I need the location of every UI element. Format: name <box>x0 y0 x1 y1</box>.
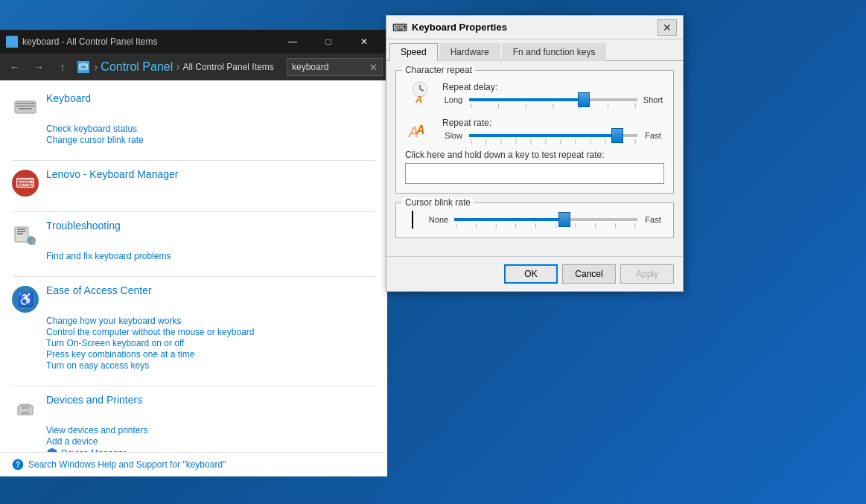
apply-button[interactable]: Apply <box>620 264 674 284</box>
cursor-blink-track: None | | | | | | | | | <box>427 215 664 224</box>
cursor-blink-link[interactable]: Change cursor blink rate <box>46 135 375 145</box>
rate-left-label: Slow <box>442 131 465 140</box>
repeat-rate-slider[interactable]: | | | | | | | | | | | | <box>469 134 637 137</box>
devices-icon <box>12 395 39 422</box>
rate-thumb[interactable] <box>611 128 623 143</box>
cursor-icon <box>405 211 420 229</box>
troubleshooting-links: Find and fix keyboard problems <box>12 251 375 261</box>
path-sep-1: › <box>94 60 98 74</box>
char-repeat-section: Character repeat A Repeat delay: Long <box>395 70 674 194</box>
svg-rect-32 <box>20 414 31 415</box>
tab-fn-keys[interactable]: Fn and function keys <box>502 43 607 61</box>
svg-text:?: ? <box>16 461 20 469</box>
svg-rect-21 <box>31 106 34 107</box>
svg-rect-19 <box>25 106 28 107</box>
search-clear-icon[interactable]: ✕ <box>369 62 378 73</box>
blink-thumb[interactable] <box>558 212 570 227</box>
path-sep-2: › <box>176 60 179 74</box>
ease-link-1[interactable]: Control the computer without the mouse o… <box>46 327 375 337</box>
control-panel-window: keyboard - All Control Panel Items — □ ✕… <box>0 30 387 476</box>
path-control-panel[interactable]: Control Panel <box>101 60 173 74</box>
help-icon: ? <box>12 459 24 470</box>
path-icon <box>77 61 89 73</box>
svg-rect-17 <box>19 106 22 107</box>
troubleshooting-title[interactable]: Troubleshooting <box>46 220 121 232</box>
keyboard-title[interactable]: Keyboard <box>46 92 91 104</box>
svg-rect-10 <box>16 103 19 104</box>
ease-title[interactable]: Ease of Access Center <box>46 284 152 296</box>
test-label: Click here and hold down a key to test r… <box>405 150 664 160</box>
kp-close-button[interactable]: ✕ <box>658 19 677 36</box>
svg-rect-1 <box>9 40 10 42</box>
forward-button[interactable]: → <box>28 57 49 77</box>
delay-fill <box>469 98 584 101</box>
repeat-rate-icon: A A <box>405 114 435 144</box>
svg-rect-34 <box>25 407 26 409</box>
svg-rect-31 <box>22 412 29 414</box>
svg-rect-35 <box>27 407 28 409</box>
up-button[interactable]: ↑ <box>52 57 73 77</box>
kp-footer: OK Cancel Apply <box>386 256 683 291</box>
ease-section-header: ♿ Ease of Access Center <box>12 284 375 313</box>
devices-section: Devices and Printers View devices and pr… <box>12 394 375 452</box>
add-device-link[interactable]: Add a device <box>46 436 375 447</box>
cp-close-button[interactable]: ✕ <box>347 30 381 54</box>
repeat-delay-slider[interactable]: | | | | | | | <box>469 98 637 101</box>
repeat-delay-group: Repeat delay: Long | | | | | | <box>442 82 664 104</box>
check-keyboard-link[interactable]: Check keyboard status <box>46 124 375 134</box>
devices-title[interactable]: Devices and Printers <box>46 394 142 406</box>
devices-links: View devices and printers Add a device D… <box>12 425 375 452</box>
tab-speed[interactable]: Speed <box>389 43 438 61</box>
test-input[interactable] <box>405 163 664 184</box>
ease-link-3[interactable]: Press key combinations one at a time <box>46 349 375 360</box>
cp-window-title: keyboard - All Control Panel Items <box>22 36 271 47</box>
svg-rect-25 <box>17 231 26 232</box>
help-link[interactable]: ? Search Windows Help and Support for "k… <box>0 452 387 476</box>
svg-rect-6 <box>80 66 82 66</box>
svg-rect-15 <box>31 103 34 104</box>
delay-right-label: Short <box>642 95 664 104</box>
kp-titlebar: ⌨ Keyboard Properties ✕ <box>386 16 683 39</box>
svg-rect-11 <box>19 103 22 104</box>
cp-minimize-button[interactable]: — <box>276 30 310 54</box>
svg-rect-13 <box>25 103 28 104</box>
repeat-delay-row: A Repeat delay: Long | | | | <box>405 78 664 108</box>
cursor-blink-group: None | | | | | | | | | <box>427 215 664 224</box>
kp-tabs: Speed Hardware Fn and function keys <box>386 39 683 61</box>
lenovo-title[interactable]: Lenovo - Keyboard Manager <box>46 168 178 180</box>
keyboard-properties-dialog: ⌨ Keyboard Properties ✕ Speed Hardware F… <box>386 15 684 292</box>
kp-dialog-title: Keyboard Properties <box>412 22 653 33</box>
cancel-button[interactable]: Cancel <box>562 264 616 284</box>
ease-link-2[interactable]: Turn On-Screen keyboard on or off <box>46 338 375 348</box>
svg-rect-5 <box>80 64 87 69</box>
delay-thumb[interactable] <box>578 92 590 107</box>
fix-keyboard-link[interactable]: Find and fix keyboard problems <box>46 251 375 261</box>
cursor-blink-label: Cursor blink rate <box>402 197 474 208</box>
kp-title-icon: ⌨ <box>392 22 407 34</box>
tab-hardware[interactable]: Hardware <box>439 43 500 61</box>
ease-link-4[interactable]: Turn on easy access keys <box>46 360 375 371</box>
repeat-delay-label: Repeat delay: <box>442 82 664 92</box>
ok-button[interactable]: OK <box>504 264 558 284</box>
cp-window-icon <box>6 36 18 48</box>
svg-rect-20 <box>28 106 31 107</box>
ease-icon: ♿ <box>12 286 39 313</box>
svg-rect-4 <box>9 42 15 44</box>
blink-fill <box>454 218 564 221</box>
view-devices-link[interactable]: View devices and printers <box>46 425 375 436</box>
cp-content: Keyboard Check keyboard status Change cu… <box>0 80 387 452</box>
svg-rect-18 <box>22 106 25 107</box>
svg-text:🔧: 🔧 <box>27 236 36 246</box>
repeat-delay-track: Long | | | | | | | <box>442 95 664 104</box>
keyboard-section-header: Keyboard <box>12 92 375 121</box>
cursor-blink-section: Cursor blink rate None | | | | <box>395 202 674 238</box>
search-input[interactable] <box>292 62 366 72</box>
lenovo-section-header: ⌨ Lenovo - Keyboard Manager <box>12 168 375 197</box>
ease-link-0[interactable]: Change how your keyboard works <box>46 316 375 326</box>
ease-section: ♿ Ease of Access Center Change how your … <box>12 284 375 371</box>
cursor-blink-slider[interactable]: | | | | | | | | | | <box>454 218 637 221</box>
cursor-bar <box>412 211 413 229</box>
back-button[interactable]: ← <box>4 57 25 77</box>
cp-maximize-button[interactable]: □ <box>311 30 346 54</box>
help-text: Search Windows Help and Support for "key… <box>28 459 226 470</box>
